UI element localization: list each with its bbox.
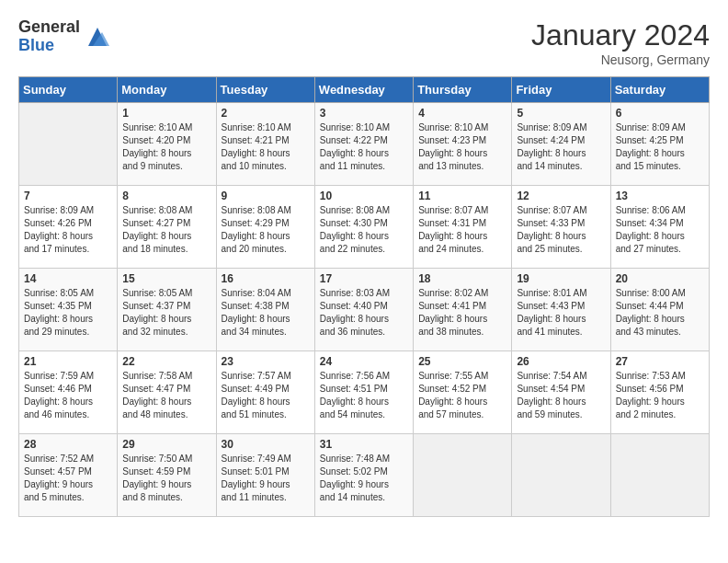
cell-sun-info: Sunrise: 7:49 AMSunset: 5:01 PMDaylight:…: [222, 453, 310, 504]
calendar-cell: 13Sunrise: 8:06 AMSunset: 4:34 PMDayligh…: [610, 186, 709, 269]
header-row: SundayMondayTuesdayWednesdayThursdayFrid…: [19, 77, 710, 103]
cell-sun-info: Sunrise: 7:54 AMSunset: 4:54 PMDaylight:…: [517, 370, 605, 421]
day-number: 28: [24, 438, 112, 451]
cell-sun-info: Sunrise: 7:48 AMSunset: 5:02 PMDaylight:…: [320, 453, 408, 504]
calendar-cell: [19, 103, 118, 186]
logo-icon: [84, 23, 111, 51]
day-number: 23: [222, 355, 310, 368]
cell-sun-info: Sunrise: 7:50 AMSunset: 4:59 PMDaylight:…: [122, 453, 210, 504]
calendar-cell: 18Sunrise: 8:02 AMSunset: 4:41 PMDayligh…: [414, 269, 512, 351]
day-number: 2: [222, 107, 310, 120]
calendar-cell: 2Sunrise: 8:10 AMSunset: 4:21 PMDaylight…: [216, 103, 314, 186]
cell-sun-info: Sunrise: 8:04 AMSunset: 4:38 PMDaylight:…: [222, 287, 310, 339]
day-number: 10: [320, 190, 408, 202]
day-number: 25: [418, 355, 506, 368]
cell-sun-info: Sunrise: 8:09 AMSunset: 4:24 PMDaylight:…: [517, 121, 605, 173]
day-number: 14: [24, 272, 112, 285]
day-number: 31: [320, 438, 408, 451]
logo: General Blue: [18, 18, 111, 55]
cell-sun-info: Sunrise: 8:08 AMSunset: 4:30 PMDaylight:…: [320, 204, 408, 256]
calendar-cell: 31Sunrise: 7:48 AMSunset: 5:02 PMDayligh…: [314, 434, 413, 517]
calendar-cell: 30Sunrise: 7:49 AMSunset: 5:01 PMDayligh…: [216, 434, 314, 517]
day-number: 5: [517, 107, 605, 120]
week-row-1: 1Sunrise: 8:10 AMSunset: 4:20 PMDaylight…: [19, 103, 710, 186]
calendar-cell: 17Sunrise: 8:03 AMSunset: 4:40 PMDayligh…: [314, 269, 413, 351]
calendar-cell: 4Sunrise: 8:10 AMSunset: 4:23 PMDaylight…: [414, 103, 512, 186]
calendar-header: SundayMondayTuesdayWednesdayThursdayFrid…: [19, 77, 710, 103]
day-number: 7: [24, 190, 112, 202]
week-row-4: 21Sunrise: 7:59 AMSunset: 4:46 PMDayligh…: [19, 351, 710, 434]
day-number: 16: [222, 272, 310, 285]
calendar-cell: 14Sunrise: 8:05 AMSunset: 4:35 PMDayligh…: [19, 269, 118, 351]
cell-sun-info: Sunrise: 7:59 AMSunset: 4:46 PMDaylight:…: [24, 370, 112, 421]
header-day-saturday: Saturday: [610, 77, 709, 103]
calendar-cell: 22Sunrise: 7:58 AMSunset: 4:47 PMDayligh…: [118, 351, 216, 434]
cell-sun-info: Sunrise: 8:10 AMSunset: 4:20 PMDaylight:…: [122, 121, 210, 173]
header-day-monday: Monday: [118, 77, 216, 103]
day-number: 21: [24, 355, 112, 368]
day-number: 20: [616, 272, 704, 285]
day-number: 4: [418, 107, 506, 120]
calendar-cell: 15Sunrise: 8:05 AMSunset: 4:37 PMDayligh…: [118, 269, 216, 351]
cell-sun-info: Sunrise: 7:55 AMSunset: 4:52 PMDaylight:…: [418, 370, 506, 421]
day-number: 26: [517, 355, 605, 368]
calendar-cell: 11Sunrise: 8:07 AMSunset: 4:31 PMDayligh…: [414, 186, 512, 269]
cell-sun-info: Sunrise: 8:10 AMSunset: 4:23 PMDaylight:…: [418, 121, 506, 173]
cell-sun-info: Sunrise: 8:06 AMSunset: 4:34 PMDaylight:…: [616, 204, 704, 256]
location: Neusorg, Germany: [531, 52, 710, 67]
cell-sun-info: Sunrise: 7:57 AMSunset: 4:49 PMDaylight:…: [222, 370, 310, 421]
cell-sun-info: Sunrise: 8:02 AMSunset: 4:41 PMDaylight:…: [418, 287, 506, 339]
day-number: 24: [320, 355, 408, 368]
cell-sun-info: Sunrise: 7:53 AMSunset: 4:56 PMDaylight:…: [616, 370, 704, 421]
cell-sun-info: Sunrise: 7:56 AMSunset: 4:51 PMDaylight:…: [320, 370, 408, 421]
day-number: 30: [222, 438, 310, 451]
page-header: General Blue January 2024 Neusorg, Germa…: [18, 18, 710, 67]
day-number: 11: [418, 190, 506, 202]
header-day-wednesday: Wednesday: [314, 77, 413, 103]
calendar-cell: 19Sunrise: 8:01 AMSunset: 4:43 PMDayligh…: [512, 269, 610, 351]
week-row-2: 7Sunrise: 8:09 AMSunset: 4:26 PMDaylight…: [19, 186, 710, 269]
day-number: 19: [517, 272, 605, 285]
calendar-table: SundayMondayTuesdayWednesdayThursdayFrid…: [18, 76, 710, 517]
calendar-cell: 5Sunrise: 8:09 AMSunset: 4:24 PMDaylight…: [512, 103, 610, 186]
cell-sun-info: Sunrise: 8:08 AMSunset: 4:27 PMDaylight:…: [122, 204, 210, 256]
day-number: 3: [320, 107, 408, 120]
day-number: 27: [616, 355, 704, 368]
month-title: January 2024: [531, 18, 710, 52]
cell-sun-info: Sunrise: 7:58 AMSunset: 4:47 PMDaylight:…: [122, 370, 210, 421]
cell-sun-info: Sunrise: 8:01 AMSunset: 4:43 PMDaylight:…: [517, 287, 605, 339]
cell-sun-info: Sunrise: 8:09 AMSunset: 4:25 PMDaylight:…: [616, 121, 704, 173]
calendar-cell: 25Sunrise: 7:55 AMSunset: 4:52 PMDayligh…: [414, 351, 512, 434]
calendar-cell: 3Sunrise: 8:10 AMSunset: 4:22 PMDaylight…: [314, 103, 413, 186]
calendar-cell: 23Sunrise: 7:57 AMSunset: 4:49 PMDayligh…: [216, 351, 314, 434]
calendar-cell: [512, 434, 610, 517]
header-day-sunday: Sunday: [19, 77, 118, 103]
calendar-cell: 1Sunrise: 8:10 AMSunset: 4:20 PMDaylight…: [118, 103, 216, 186]
cell-sun-info: Sunrise: 8:05 AMSunset: 4:37 PMDaylight:…: [122, 287, 210, 339]
week-row-5: 28Sunrise: 7:52 AMSunset: 4:57 PMDayligh…: [19, 434, 710, 517]
day-number: 9: [222, 190, 310, 202]
calendar-cell: 26Sunrise: 7:54 AMSunset: 4:54 PMDayligh…: [512, 351, 610, 434]
calendar-cell: 7Sunrise: 8:09 AMSunset: 4:26 PMDaylight…: [19, 186, 118, 269]
calendar-cell: 16Sunrise: 8:04 AMSunset: 4:38 PMDayligh…: [216, 269, 314, 351]
calendar-cell: 29Sunrise: 7:50 AMSunset: 4:59 PMDayligh…: [118, 434, 216, 517]
day-number: 13: [616, 190, 704, 202]
day-number: 6: [616, 107, 704, 120]
day-number: 17: [320, 272, 408, 285]
logo-general: General: [18, 18, 80, 37]
week-row-3: 14Sunrise: 8:05 AMSunset: 4:35 PMDayligh…: [19, 269, 710, 351]
calendar-cell: 9Sunrise: 8:08 AMSunset: 4:29 PMDaylight…: [216, 186, 314, 269]
calendar-cell: 8Sunrise: 8:08 AMSunset: 4:27 PMDaylight…: [118, 186, 216, 269]
header-day-friday: Friday: [512, 77, 610, 103]
calendar-body: 1Sunrise: 8:10 AMSunset: 4:20 PMDaylight…: [19, 103, 710, 517]
calendar-cell: 21Sunrise: 7:59 AMSunset: 4:46 PMDayligh…: [19, 351, 118, 434]
header-day-tuesday: Tuesday: [216, 77, 314, 103]
day-number: 18: [418, 272, 506, 285]
calendar-cell: 24Sunrise: 7:56 AMSunset: 4:51 PMDayligh…: [314, 351, 413, 434]
logo-blue: Blue: [18, 37, 80, 55]
calendar-cell: 20Sunrise: 8:00 AMSunset: 4:44 PMDayligh…: [610, 269, 709, 351]
calendar-cell: [610, 434, 709, 517]
day-number: 22: [122, 355, 210, 368]
day-number: 15: [122, 272, 210, 285]
day-number: 12: [517, 190, 605, 202]
